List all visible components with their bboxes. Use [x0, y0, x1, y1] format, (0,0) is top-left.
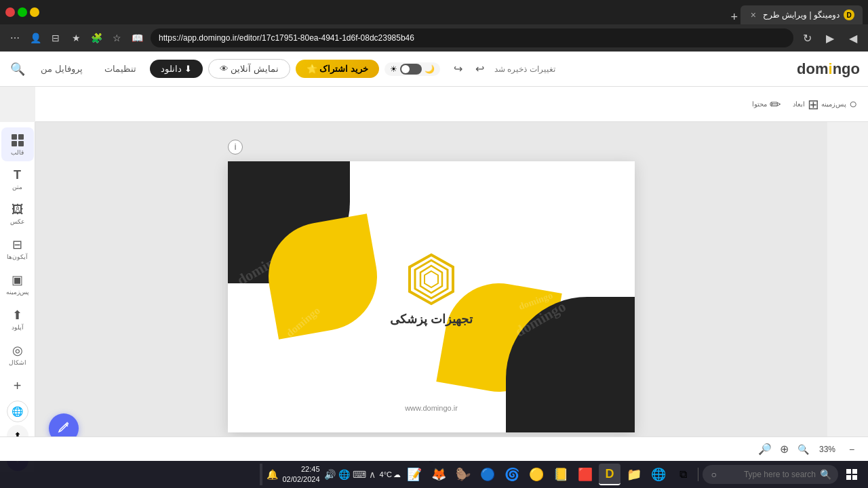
sidebar-item-add[interactable]: + — [1, 373, 34, 399]
settings-button[interactable]: تنظیمات — [96, 60, 144, 78]
app9-icon: 🦫 — [456, 467, 471, 482]
save-status: تغییرات ذخیره شد — [494, 64, 555, 74]
icons-icon: ⊟ — [12, 237, 22, 252]
toggle-thumb — [401, 65, 410, 73]
bottom-bar: − 33% 🔍 ⊕ 🔎 — [0, 436, 868, 461]
app-logo: domingo — [797, 60, 860, 78]
active-tab[interactable]: D دومینگو | ویرایش طرح × — [741, 5, 863, 24]
upload-label: آپلود — [12, 324, 24, 331]
taskbar-app-9[interactable]: 🦫 — [452, 464, 474, 485]
chevron-up-icon[interactable]: ∧ — [369, 469, 376, 480]
speaker-icon[interactable]: 🔊 — [324, 469, 336, 480]
collections-button[interactable]: ⊟ — [46, 28, 65, 47]
center-logo: تجهیزات پزشکی — [390, 252, 473, 327]
system-tray: ∧ ⌨ 🌐 🔊 — [324, 469, 376, 480]
show-desktop-button[interactable] — [260, 464, 262, 485]
shapes-icon: ◎ — [12, 343, 23, 358]
taskbar-app-10[interactable]: 🦊 — [428, 464, 450, 485]
taskbar-app-11[interactable]: 📝 — [403, 464, 425, 485]
notifications-icon[interactable]: 🔔 — [267, 469, 278, 480]
edit-icon — [57, 422, 71, 435]
maximize-button[interactable] — [18, 7, 27, 17]
address-bar: ◀ ▶ ↻ 📖 ☆ 🧩 ★ ⊟ 👤 ⋯ — [0, 24, 868, 52]
zoom-search-button[interactable]: ⊕ — [776, 441, 792, 458]
back-button[interactable]: ◀ — [844, 28, 863, 47]
sidebar-item-icons[interactable]: ⊟ آیکون‌ها — [1, 232, 34, 266]
favorites-button[interactable]: ★ — [66, 28, 85, 47]
windows-icon — [846, 469, 857, 480]
content-label: محتوا — [752, 100, 767, 108]
taskbar-domingo[interactable]: D — [599, 464, 620, 485]
taskbar-search-circle: ○ — [711, 469, 717, 480]
taskbar-divider-1 — [698, 468, 698, 481]
sidebar-item-text[interactable]: T متن — [1, 163, 34, 196]
sun-icon: ☀ — [390, 64, 397, 74]
shape-dark-bottomright: domingo — [506, 297, 635, 432]
add-icon: + — [14, 378, 22, 394]
info-button[interactable]: i — [228, 140, 243, 155]
profile-button-app[interactable]: پروفایل من — [33, 60, 91, 78]
start-button[interactable] — [841, 464, 863, 485]
more-button[interactable]: ⋯ — [5, 28, 24, 47]
upload-icon: ⬆ — [12, 308, 22, 323]
taskbar-app-4[interactable]: 🟥 — [574, 464, 596, 485]
subscribe-button[interactable]: خرید اشتراک ⭐ — [296, 60, 379, 78]
watermark-yellow-left: domingo — [283, 304, 322, 340]
reading-view-button[interactable]: 📖 — [127, 28, 146, 47]
minimize-button[interactable] — [30, 7, 39, 17]
taskbar-edge[interactable]: 🌐 — [648, 464, 669, 485]
toolbar-content[interactable]: ✏ محتوا — [749, 92, 784, 117]
toolbar-background[interactable]: ○ پس‌زمینه — [825, 92, 860, 116]
translate-badge[interactable]: 🌐 — [7, 401, 28, 422]
preview-button[interactable]: نمایش آنلاین 👁 — [208, 59, 290, 79]
taskbar-app-5[interactable]: 📒 — [550, 464, 572, 485]
tab-close[interactable]: × — [751, 9, 756, 20]
taskbar-app-8[interactable]: 🔵 — [477, 464, 498, 485]
sidebar-item-shapes[interactable]: ◎ اشکال — [1, 338, 34, 371]
taskbar-search-input[interactable] — [721, 470, 816, 479]
sidebar-item-template[interactable]: قالب — [1, 127, 34, 161]
taskbar-app-6[interactable]: 🟡 — [526, 464, 547, 485]
bg-label: پس‌زمینه — [6, 289, 29, 296]
profile-button[interactable]: 👤 — [26, 28, 45, 47]
redo-button[interactable]: ↪ — [448, 60, 467, 79]
clock[interactable]: 22:45 02/02/2024 — [282, 464, 319, 485]
zoom-level-display: 33% — [814, 445, 841, 454]
undo-button[interactable]: ↩ — [470, 60, 489, 79]
browser-extension-button[interactable]: 🧩 — [87, 28, 106, 47]
taskbar-tray: ☁ 4°C ∧ ⌨ 🌐 🔊 22:45 02/02/2024 🔔 — [258, 464, 401, 485]
weather-widget[interactable]: ☁ 4°C — [380, 470, 401, 479]
tab-label: دومینگو | ویرایش طرح — [763, 10, 840, 20]
svg-marker-4 — [410, 255, 453, 304]
keyboard-icon[interactable]: ⌨ — [353, 469, 366, 480]
sidebar-item-background[interactable]: ▣ پس‌زمینه — [1, 267, 34, 301]
bookmark-button[interactable]: ☆ — [107, 28, 126, 47]
download-button[interactable]: ⬇ دانلود — [150, 60, 203, 78]
network-icon[interactable]: 🌐 — [338, 469, 350, 480]
taskbar-explorer[interactable]: 📁 — [623, 464, 645, 485]
background-label: پس‌زمینه — [821, 100, 846, 108]
moon-icon: 🌙 — [425, 64, 435, 74]
toolbar-dimensions[interactable]: ⊞ ابعاد — [787, 92, 822, 117]
content-icon: ✏ — [770, 96, 781, 113]
reload-button[interactable]: ↻ — [797, 28, 816, 47]
zoom-fit-button[interactable]: 🔎 — [757, 441, 773, 458]
dark-mode-toggle[interactable]: 🌙 ☀ — [384, 62, 440, 76]
search-button-header[interactable]: 🔍 — [8, 60, 27, 79]
taskbar-task-view[interactable]: ⧉ — [672, 464, 694, 485]
sidebar-item-photo[interactable]: 🖼 عکس — [1, 197, 34, 230]
sidebar-item-upload[interactable]: ⬆ آپلود — [1, 302, 34, 336]
close-button[interactable] — [5, 7, 15, 17]
dimensions-label: ابعاد — [793, 100, 805, 108]
zoom-in-button[interactable]: 🔍 — [795, 441, 811, 458]
taskbar-search[interactable]: 🔍 ○ — [703, 465, 838, 484]
new-tab-button[interactable]: + — [728, 10, 741, 24]
canvas-area[interactable]: i 🛒 افزودن طرح به سبد خرید domingo domin… — [35, 122, 827, 472]
forward-button[interactable]: ▶ — [821, 28, 840, 47]
edge-icon: 🌐 — [651, 467, 666, 482]
toggle-track[interactable] — [400, 64, 422, 75]
zoom-out-button[interactable]: − — [844, 441, 860, 458]
app10-icon: 🦊 — [431, 467, 446, 482]
address-input[interactable] — [151, 28, 793, 47]
taskbar-app-7[interactable]: 🌀 — [501, 464, 523, 485]
